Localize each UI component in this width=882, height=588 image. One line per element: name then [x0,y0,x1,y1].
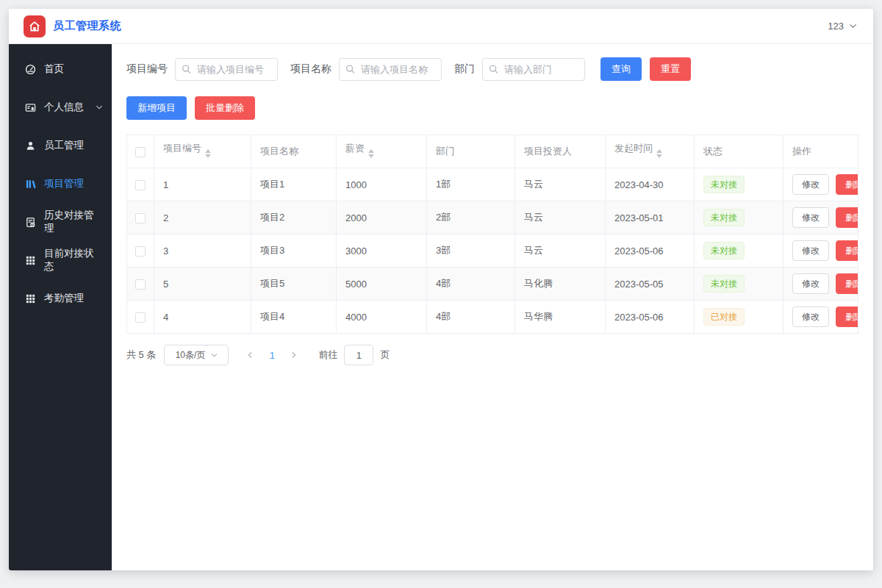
sidebar: 首页个人信息员工管理项目管理历史对接管理目前对接状态考勤管理 [9,44,112,570]
cell-project-id: 1 [154,168,251,201]
status-badge: 未对接 [703,176,745,193]
cell-actions: 修改删除 [784,234,858,268]
edit-button[interactable]: 修改 [792,240,829,261]
page-number-1[interactable]: 1 [262,350,282,361]
sidebar-item-label: 首页 [44,62,64,76]
goto-page-input[interactable] [344,345,373,365]
sidebar-item-attendance-management[interactable]: 考勤管理 [9,279,112,318]
cell-status: 未对接 [695,234,784,268]
delete-button[interactable]: 删除 [836,240,858,261]
chevron-down-icon [849,22,857,30]
cell-salary: 2000 [337,201,427,234]
delete-button[interactable]: 删除 [836,174,858,195]
cell-actions: 修改删除 [784,168,858,201]
row-checkbox-cell [127,268,154,301]
batch-delete-button[interactable]: 批量删除 [195,96,255,120]
search-icon [489,65,498,74]
sort-icon[interactable] [368,146,374,161]
app-window: 员工管理系统 123 首页个人信息员工管理项目管理历史对接管理目前对接状态考勤管… [9,9,873,570]
table-row: 1项目110001部马云2023-04-30未对接修改删除 [127,168,858,201]
cell-salary: 4000 [337,301,427,334]
cell-project-id: 4 [154,301,251,334]
page-size-select[interactable]: 10条/页 [164,345,229,365]
column-header[interactable]: 项目编号 [154,135,251,168]
id-card-icon [25,102,36,113]
edit-button[interactable]: 修改 [792,207,829,228]
sidebar-item-label: 项目管理 [44,177,84,190]
sidebar-item-home[interactable]: 首页 [9,50,112,88]
search-icon [345,65,355,74]
add-project-button[interactable]: 新增项目 [126,96,187,120]
sidebar-item-current-dock-status[interactable]: 目前对接状态 [9,241,112,279]
books-icon [25,179,36,190]
pagination: 共 5 条 10条/页 1 前往 页 [126,345,858,365]
chevron-down-icon [211,352,218,359]
row-checkbox-cell [127,201,154,234]
cell-project-id: 2 [154,201,251,234]
column-header[interactable]: 薪资 [337,135,427,168]
cell-status: 未对接 [695,201,784,234]
total-count: 共 5 条 [126,348,156,362]
cell-status: 未对接 [695,168,784,201]
cell-start-date: 2023-05-01 [606,201,695,234]
history-doc-icon [25,217,36,228]
delete-button[interactable]: 删除 [836,207,858,228]
field-label: 项目名称 [290,62,331,76]
prev-page-button[interactable] [237,351,262,359]
user-icon [25,140,36,151]
cell-actions: 修改删除 [784,268,858,301]
page-title: 员工管理系统 [53,19,121,33]
cell-investor: 马云 [515,201,606,234]
cell-status: 未对接 [695,268,784,301]
sort-icon[interactable] [205,146,211,161]
cell-project-name: 项目3 [251,234,337,268]
chevron-down-icon [96,104,103,111]
sidebar-item-history-dock-management[interactable]: 历史对接管理 [9,203,112,241]
row-checkbox[interactable] [135,180,146,190]
cell-department: 3部 [427,234,515,268]
sort-icon[interactable] [656,146,662,161]
projects-table: 项目编号项目名称薪资部门项目投资人发起时间状态操作 1项目110001部马云20… [126,135,858,334]
row-checkbox[interactable] [135,312,146,323]
select-all-checkbox[interactable] [135,147,146,157]
page-size-value: 10条/页 [176,349,206,362]
row-checkbox-cell [127,234,154,268]
table-row: 4项目440004部马华腾2023-05-06已对接修改删除 [127,301,858,334]
search-icon [182,65,191,74]
user-menu[interactable]: 123 [828,21,857,32]
grid-icon [25,255,36,266]
status-badge: 未对接 [703,209,745,226]
sidebar-item-personal-info[interactable]: 个人信息 [9,88,112,126]
search-form: 项目编号项目名称部门 查询 重置 [126,57,858,81]
edit-button[interactable]: 修改 [792,174,829,195]
row-checkbox[interactable] [135,246,146,257]
cell-department: 4部 [427,301,515,334]
edit-button[interactable]: 修改 [792,306,829,327]
cell-project-name: 项目5 [251,268,337,301]
delete-button[interactable]: 删除 [836,273,858,294]
page-unit-label: 页 [380,348,390,362]
reset-button[interactable]: 重置 [650,57,691,81]
sidebar-item-label: 个人信息 [44,101,84,114]
row-checkbox[interactable] [135,279,146,290]
edit-button[interactable]: 修改 [792,273,829,294]
row-checkbox[interactable] [135,213,146,223]
query-button[interactable]: 查询 [600,57,642,81]
sidebar-item-project-management[interactable]: 项目管理 [9,165,112,203]
sidebar-item-label: 员工管理 [44,139,84,152]
main-content: 项目编号项目名称部门 查询 重置 新增项目 批量删除 项目编号项目名称薪资部门项… [112,44,873,570]
sidebar-item-label: 目前对接状态 [44,247,103,273]
next-page-button[interactable] [282,351,306,359]
column-header[interactable]: 发起时间 [606,135,695,168]
row-checkbox-cell [127,301,154,334]
cell-department: 1部 [427,168,515,201]
cell-project-name: 项目1 [251,168,337,201]
cell-project-id: 5 [154,268,251,301]
sidebar-item-employee-management[interactable]: 员工管理 [9,126,112,165]
delete-button[interactable]: 删除 [836,306,858,327]
cell-salary: 5000 [337,268,427,301]
field-label: 项目编号 [126,62,168,76]
cell-start-date: 2023-05-06 [606,234,695,268]
cell-start-date: 2023-04-30 [606,168,695,201]
table-row: 3项目330003部马云2023-05-06未对接修改删除 [127,234,858,268]
